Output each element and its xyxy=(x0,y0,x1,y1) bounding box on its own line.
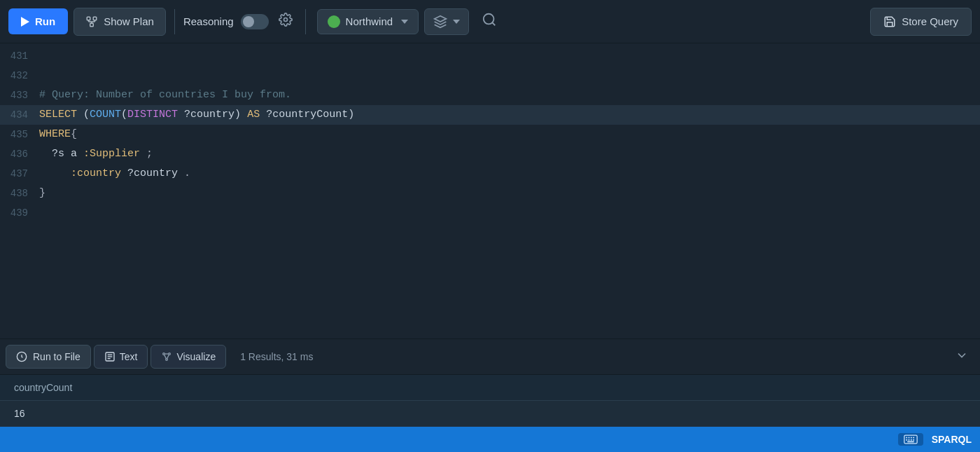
code-line-438: 438 } xyxy=(0,184,980,203)
code-content: :country ?country . xyxy=(39,164,980,184)
keyboard-glyph-icon xyxy=(904,434,918,444)
search-button[interactable] xyxy=(475,8,504,35)
run-label: Run xyxy=(35,15,55,27)
code-line-432: 432 xyxy=(0,66,980,85)
results-meta: 1 Results, 31 ms xyxy=(240,351,313,362)
code-content: SELECT (COUNT(DISTINCT ?country) AS ?cou… xyxy=(39,105,980,125)
layers-chevron-icon xyxy=(453,20,460,24)
expand-button[interactable] xyxy=(949,345,974,369)
status-bar: SPARQL xyxy=(0,427,980,452)
svg-point-9 xyxy=(484,14,494,25)
table-row: 16 xyxy=(0,401,980,427)
results-area: countryCount 16 xyxy=(0,375,980,427)
search-icon xyxy=(482,12,497,27)
line-num: 439 xyxy=(0,203,39,223)
column-header-countrycount: countryCount xyxy=(0,375,980,401)
layers-icon xyxy=(433,15,447,29)
database-name: Northwind xyxy=(346,15,393,27)
code-editor[interactable]: 431 432 433 # Query: Number of countries… xyxy=(0,43,980,338)
tab-visualize[interactable]: Visualize xyxy=(150,345,226,369)
line-num: 434 xyxy=(0,105,39,125)
result-toolbar: Run to File Text Visualize 1 Results, 31… xyxy=(0,338,980,375)
svg-point-7 xyxy=(284,18,287,22)
svg-line-20 xyxy=(164,355,167,358)
store-query-icon xyxy=(883,15,896,28)
tab-text[interactable]: Text xyxy=(94,345,148,369)
code-line-437: 437 :country ?country . xyxy=(0,164,980,184)
result-table: countryCount 16 xyxy=(0,375,980,427)
show-plan-label: Show Plan xyxy=(104,15,154,27)
sparql-language-label: SPARQL xyxy=(932,434,972,445)
line-num: 436 xyxy=(0,144,39,164)
visualize-tab-label: Visualize xyxy=(176,351,216,362)
run-to-file-button[interactable]: Run to File xyxy=(6,345,91,369)
svg-point-18 xyxy=(166,359,168,361)
cell-countrycount-value: 16 xyxy=(0,401,980,427)
reasoning-toggle[interactable] xyxy=(241,14,269,29)
line-num: 435 xyxy=(0,125,39,144)
layers-button[interactable] xyxy=(424,8,469,35)
code-content: WHERE{ xyxy=(39,125,980,144)
svg-rect-0 xyxy=(87,17,90,20)
code-line-434: 434 SELECT (COUNT(DISTINCT ?country) AS … xyxy=(0,105,980,125)
code-content: } xyxy=(39,184,980,203)
store-query-button[interactable]: Store Query xyxy=(870,8,972,36)
code-line-439: 439 xyxy=(0,203,980,223)
show-plan-button[interactable]: Show Plan xyxy=(74,8,166,36)
database-selector[interactable]: Northwind xyxy=(317,9,419,34)
svg-point-16 xyxy=(163,353,165,355)
chevron-down-icon xyxy=(401,20,408,24)
run-to-file-label: Run to File xyxy=(33,351,80,362)
bottom-panel: Run to File Text Visualize 1 Results, 31… xyxy=(0,338,980,427)
toolbar-divider2 xyxy=(305,9,306,34)
line-num: 432 xyxy=(0,66,39,85)
code-line-431: 431 xyxy=(0,46,980,66)
toolbar-divider xyxy=(174,9,175,34)
svg-rect-1 xyxy=(93,17,97,20)
database-icon xyxy=(328,15,340,28)
svg-point-17 xyxy=(169,353,171,355)
code-line-433: 433 # Query: Number of countries I buy f… xyxy=(0,85,980,105)
run-button[interactable]: Run xyxy=(8,8,68,34)
svg-line-21 xyxy=(167,355,169,358)
svg-line-10 xyxy=(492,22,495,25)
code-content: # Query: Number of countries I buy from. xyxy=(39,85,980,105)
svg-rect-2 xyxy=(90,23,94,27)
run-to-file-icon xyxy=(16,351,27,362)
table-header-row: countryCount xyxy=(0,375,980,401)
line-num: 437 xyxy=(0,164,39,184)
store-query-label: Store Query xyxy=(902,15,958,27)
keyboard-icon xyxy=(898,433,923,446)
line-num: 438 xyxy=(0,184,39,203)
play-icon xyxy=(21,17,29,27)
show-plan-icon xyxy=(85,15,98,28)
line-num: 433 xyxy=(0,85,39,105)
reasoning-group: Reasoning xyxy=(183,14,269,29)
reasoning-label: Reasoning xyxy=(183,15,234,27)
svg-marker-8 xyxy=(435,15,447,21)
main-toolbar: Run Show Plan Reasoning Northwind xyxy=(0,0,980,43)
code-content: ?s a :Supplier ; xyxy=(39,144,980,164)
settings-button[interactable] xyxy=(274,8,297,34)
text-tab-label: Text xyxy=(120,351,138,362)
expand-icon xyxy=(955,348,969,362)
gear-icon xyxy=(279,13,293,27)
line-num: 431 xyxy=(0,46,39,66)
code-line-435: 435 WHERE{ xyxy=(0,125,980,144)
code-line-436: 436 ?s a :Supplier ; xyxy=(0,144,980,164)
visualize-tab-icon xyxy=(161,351,172,362)
text-tab-icon xyxy=(104,351,115,362)
